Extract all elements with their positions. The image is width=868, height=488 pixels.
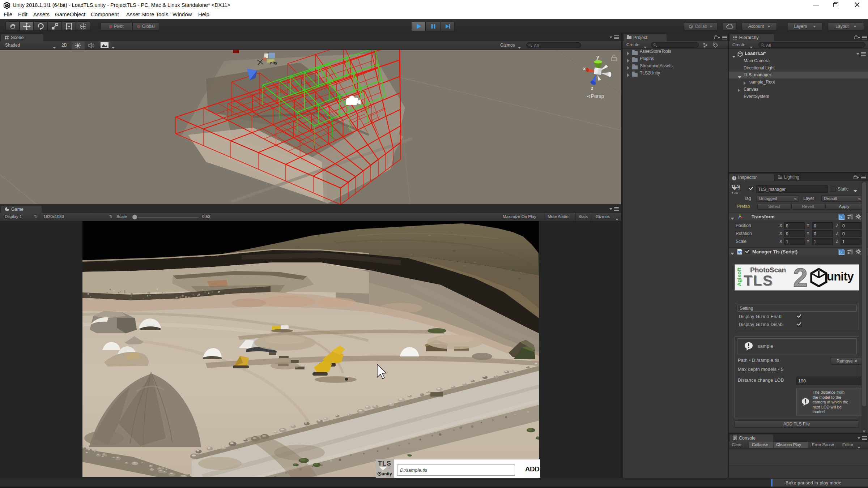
- svg-text:⋖Persp: ⋖Persp: [587, 93, 604, 99]
- svg-text:y: y: [596, 54, 599, 60]
- svg-text:z: z: [591, 85, 593, 91]
- svg-text:C#: C#: [739, 251, 741, 253]
- svg-text:2: 2: [793, 266, 808, 289]
- svg-text:?: ?: [840, 251, 842, 254]
- svg-text:?: ?: [840, 216, 842, 219]
- svg-text:x: x: [583, 66, 586, 71]
- svg-text:nity: nity: [270, 61, 277, 65]
